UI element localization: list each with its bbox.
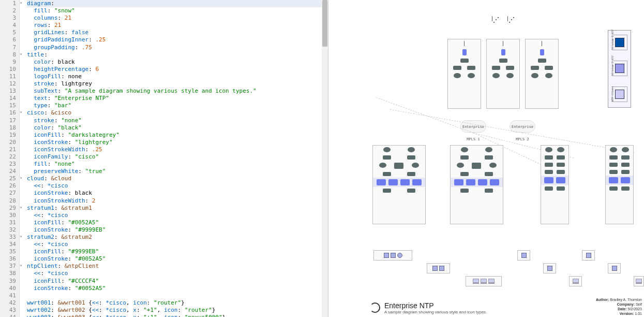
datacenter-group-1: [372, 145, 426, 224]
satellite-icon: ⋰: [507, 16, 515, 23]
datacenter-group-2: [450, 145, 503, 224]
site-group-3: [525, 39, 559, 109]
client-box: [373, 250, 412, 261]
diagram-preview-pane[interactable]: ⋰ ⋰ Enterprise MPLS 1 Enterprise MPLS 2: [328, 0, 644, 317]
client-box: [517, 250, 530, 261]
network-diagram: ⋰ ⋰ Enterprise MPLS 1 Enterprise MPLS 2: [328, 0, 644, 317]
site-group-2: [486, 39, 520, 109]
datacenter-group-3: [541, 145, 569, 224]
client-box: [466, 276, 502, 286]
legend-box: Stratum 1 NTP Stratum 2 NTP NTP Client: [608, 30, 631, 108]
logo-icon: [370, 302, 380, 313]
datacenter-group-4: [605, 145, 634, 224]
diagram-metadata: Author: Bradley A. Thornton Company: Sel…: [596, 297, 642, 316]
code-content[interactable]: diagram: fill: "snow" columns: 21 rows: …: [20, 0, 328, 317]
line-number-gutter: 1234567891011121314151617181920212223242…: [0, 0, 20, 317]
legend-stratum1: Stratum 1 NTP: [612, 35, 627, 50]
diagram-title: Enterprise NTP: [384, 301, 487, 310]
client-box: [582, 250, 595, 261]
client-box: [427, 263, 450, 273]
diagram-subtitle: A sample diagram showing various style a…: [384, 310, 487, 314]
editor-scrollbar[interactable]: [322, 0, 328, 317]
scrollbar-thumb[interactable]: [322, 0, 327, 47]
client-box: [608, 263, 621, 273]
connection-line: [390, 109, 522, 133]
legend-stratum2: Stratum 2 NTP: [612, 61, 627, 76]
site-group-1: [447, 39, 481, 109]
client-box: [634, 276, 644, 286]
legend-ntpclient: NTP Client: [612, 87, 627, 102]
satellite-icon: ⋰: [491, 16, 499, 23]
client-box: [569, 276, 582, 286]
client-box: [543, 263, 556, 273]
code-editor-pane[interactable]: 1234567891011121314151617181920212223242…: [0, 0, 328, 317]
